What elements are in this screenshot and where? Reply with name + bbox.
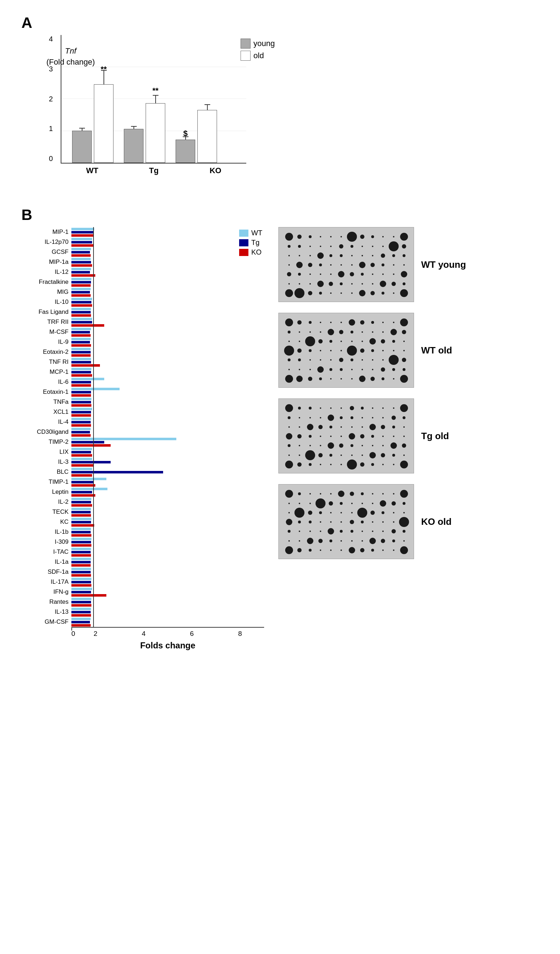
bar-wt-21 [72,438,176,440]
legend-b-ko: KO [239,248,262,256]
dot [359,262,366,268]
dot [360,462,364,467]
bar-wt-19 [72,418,91,420]
dot [330,246,331,247]
dot [297,462,302,467]
bars-container-28 [72,507,264,517]
bar-tg-29 [72,521,91,524]
baseline-line-1 [93,237,94,247]
baseline-line-23 [93,457,94,467]
bar-wt-29 [72,518,91,520]
bar-tg-0 [72,231,93,234]
dot [351,378,353,380]
dot [403,436,405,437]
dot [288,341,290,342]
panel-b-chart: WT Tg KO [22,227,264,650]
panel-b: B WT Tg [22,206,538,650]
dot [393,350,394,351]
dot [299,255,300,256]
dot [318,539,323,543]
bars-rows: MIP-1IL-12p70GCSFMIP-1aIL-12FractalkineM… [22,227,264,627]
dot [392,340,395,343]
baseline-line-12 [93,347,94,357]
dot [362,341,363,342]
bar-row-14: MCP-1 [22,367,264,377]
bar-wt-30 [72,528,91,530]
bar-ko-15 [72,384,91,387]
dot [392,454,395,457]
dot [372,369,373,370]
row-label-4: IL-12 [22,268,72,276]
row-label-29: KC [22,518,72,525]
baseline-line-36 [93,587,94,597]
bar-row-26: Leptin [22,487,264,497]
dot [372,273,373,275]
dot [330,512,331,513]
row-label-2: GCSF [22,248,72,256]
dot [285,318,293,326]
dot [330,549,331,551]
bar-ko-9 [72,324,104,327]
bar-row-29: KC [22,517,264,527]
dot [403,264,405,266]
bar-row-20: CD30ligand [22,427,264,437]
dot [372,503,373,504]
dot [400,404,408,412]
row-label-9: TRF RII [22,318,72,326]
dot [382,322,384,323]
dot [330,426,332,429]
bars-container-22 [72,447,264,457]
dot [381,377,384,380]
bar-tg-31 [72,541,91,543]
blot-tg-old-label: Tg old [421,430,449,442]
dot [329,501,333,505]
baseline-line-34 [93,567,94,577]
bar-tg-18 [72,411,91,413]
row-label-11: IL-9 [22,338,72,346]
row-label-21: TIMP-2 [22,438,72,446]
bar-row-13: TNF RI [22,357,264,367]
dot [288,369,290,370]
bar-tg-2 [72,251,90,254]
dot [330,454,332,457]
dot [400,490,408,498]
bar-tg-38 [72,611,91,613]
row-label-13: TNF RI [22,359,72,366]
row-label-27: IL-2 [22,499,72,505]
bars-container-26 [72,487,264,497]
bar-row-4: IL-12 [22,267,264,277]
dot [372,445,373,446]
error-ko-young [183,136,188,140]
dot [402,244,406,248]
legend-b-tg-label: Tg [251,238,260,247]
bar-row-11: IL-9 [22,337,264,347]
dot [403,350,405,351]
dot [294,288,305,298]
x-tick-wt: WT [61,166,123,175]
dot [382,549,384,551]
dot [369,452,376,458]
row-label-35: IL-17A [22,578,72,586]
bars-container-29 [72,517,264,527]
baseline-line-18 [93,407,94,417]
dot [296,262,303,268]
dot [330,521,331,523]
bar-wt-old: ** [94,84,114,163]
row-label-7: IL-10 [22,298,72,306]
baseline-line-3 [93,257,94,267]
chart-a-inner: 4 3 2 1 0 [61,35,246,164]
baseline-line-24 [93,467,94,477]
dot [362,503,363,504]
dot [371,235,374,238]
dot [287,272,291,276]
dot [393,436,394,437]
dot [393,493,394,494]
x-tick-8: 8 [216,630,264,638]
legend-old-label: old [254,51,264,60]
panel-b-label: B [22,206,538,223]
legend-b-wt-label: WT [251,229,262,237]
dot [381,292,384,295]
dot [339,244,343,248]
error-ko-old [204,104,210,110]
dot [296,376,303,382]
